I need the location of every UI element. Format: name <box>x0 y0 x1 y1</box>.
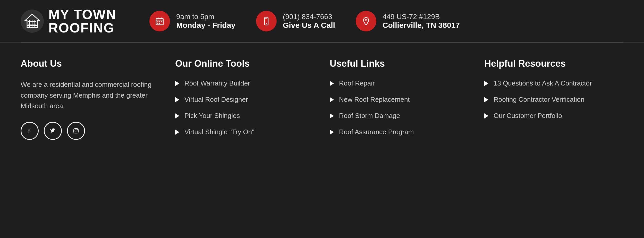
svg-text:f: f <box>28 128 30 134</box>
list-item[interactable]: Roof Storm Damage <box>330 112 469 120</box>
phone-label: Give Us A Call <box>283 21 335 30</box>
list-item[interactable]: 13 Questions to Ask A Contractor <box>484 79 623 87</box>
useful-links-title: Useful Links <box>330 58 469 69</box>
logo-my-town: MY TOWN <box>48 8 116 21</box>
arrow-icon <box>484 113 488 118</box>
svg-point-21 <box>365 19 367 21</box>
useful-links-item-4: Roof Assurance Program <box>339 128 414 136</box>
svg-rect-16 <box>157 23 158 24</box>
about-description: We are a residential and commercial roof… <box>21 79 160 112</box>
hours-line2: Monday - Friday <box>176 21 235 30</box>
social-icons: f <box>21 122 160 140</box>
list-item[interactable]: Virtual Shingle "Try On" <box>175 128 314 136</box>
helpful-resources-section: Helpful Resources 13 Questions to Ask A … <box>484 58 623 140</box>
list-item[interactable]: Virtual Roof Designer <box>175 96 314 104</box>
arrow-icon <box>330 97 334 102</box>
list-item[interactable]: Roof Warranty Builder <box>175 79 314 87</box>
address-icon <box>356 11 376 31</box>
contact-address: 449 US-72 #129B Collierville, TN 38017 <box>356 11 460 31</box>
arrow-icon <box>484 97 488 102</box>
logo-area[interactable]: MY TOWN ROOFING <box>21 8 118 35</box>
useful-links-item-2: New Roof Replacement <box>339 96 410 104</box>
contact-items: 9am to 5pm Monday - Friday (901) 834-766… <box>149 11 623 31</box>
svg-rect-13 <box>157 21 158 22</box>
footer-content: About Us We are a residential and commer… <box>0 43 644 155</box>
logo-roofing: ROOFING <box>48 21 116 35</box>
svg-point-25 <box>77 129 78 130</box>
top-bar: MY TOWN ROOFING 9am to <box>0 0 644 42</box>
arrow-icon <box>175 81 179 86</box>
arrow-icon <box>484 81 488 86</box>
useful-links-section: Useful Links Roof Repair New Roof Replac… <box>330 58 469 140</box>
phone-icon <box>256 11 277 31</box>
list-item[interactable]: Our Customer Portfolio <box>484 112 623 120</box>
helpful-resources-item-3: Our Customer Portfolio <box>494 112 562 120</box>
svg-rect-14 <box>159 21 160 22</box>
arrow-icon <box>330 113 334 118</box>
svg-point-19 <box>266 23 267 24</box>
helpful-resources-title: Helpful Resources <box>484 58 623 69</box>
svg-rect-17 <box>159 23 160 24</box>
helpful-resources-item-1: 13 Questions to Ask A Contractor <box>494 79 592 87</box>
list-item[interactable]: Pick Your Shingles <box>175 112 314 120</box>
contact-phone[interactable]: (901) 834-7663 Give Us A Call <box>256 11 335 31</box>
list-item[interactable]: Roof Assurance Program <box>330 128 469 136</box>
arrow-icon <box>175 113 179 118</box>
online-tools-item-1: Roof Warranty Builder <box>184 79 250 87</box>
phone-text: (901) 834-7663 Give Us A Call <box>283 13 335 30</box>
address-street: 449 US-72 #129B <box>383 13 460 21</box>
svg-rect-15 <box>161 21 162 22</box>
arrow-icon <box>330 81 334 86</box>
address-city: Collierville, TN 38017 <box>383 21 460 30</box>
online-tools-list: Roof Warranty Builder Virtual Roof Desig… <box>175 79 314 136</box>
helpful-resources-item-2: Roofing Contractor Verification <box>494 96 584 104</box>
arrow-icon <box>175 130 179 135</box>
helpful-resources-list: 13 Questions to Ask A Contractor Roofing… <box>484 79 623 120</box>
list-item[interactable]: Roof Repair <box>330 79 469 87</box>
online-tools-item-2: Virtual Roof Designer <box>184 96 248 104</box>
list-item[interactable]: Roofing Contractor Verification <box>484 96 623 104</box>
online-tools-item-3: Pick Your Shingles <box>184 112 240 120</box>
online-tools-title: Our Online Tools <box>175 58 314 69</box>
address-text: 449 US-72 #129B Collierville, TN 38017 <box>383 13 460 30</box>
online-tools-section: Our Online Tools Roof Warranty Builder V… <box>175 58 314 140</box>
useful-links-item-1: Roof Repair <box>339 79 375 87</box>
svg-point-24 <box>75 130 77 132</box>
useful-links-list: Roof Repair New Roof Replacement Roof St… <box>330 79 469 136</box>
instagram-icon[interactable] <box>67 122 85 140</box>
contact-hours: 9am to 5pm Monday - Friday <box>149 11 235 31</box>
logo-text: MY TOWN ROOFING <box>48 8 116 35</box>
about-title: About Us <box>21 58 160 69</box>
hours-icon <box>149 11 170 31</box>
facebook-icon[interactable]: f <box>21 122 39 140</box>
hours-line1: 9am to 5pm <box>176 13 235 21</box>
phone-number: (901) 834-7663 <box>283 13 335 21</box>
twitter-icon[interactable] <box>44 122 62 140</box>
about-section: About Us We are a residential and commer… <box>21 58 160 140</box>
useful-links-item-3: Roof Storm Damage <box>339 112 400 120</box>
logo-icon <box>21 10 44 33</box>
hours-text: 9am to 5pm Monday - Friday <box>176 13 235 30</box>
online-tools-item-4: Virtual Shingle "Try On" <box>184 128 254 136</box>
list-item[interactable]: New Roof Replacement <box>330 96 469 104</box>
arrow-icon <box>175 97 179 102</box>
arrow-icon <box>330 130 334 135</box>
